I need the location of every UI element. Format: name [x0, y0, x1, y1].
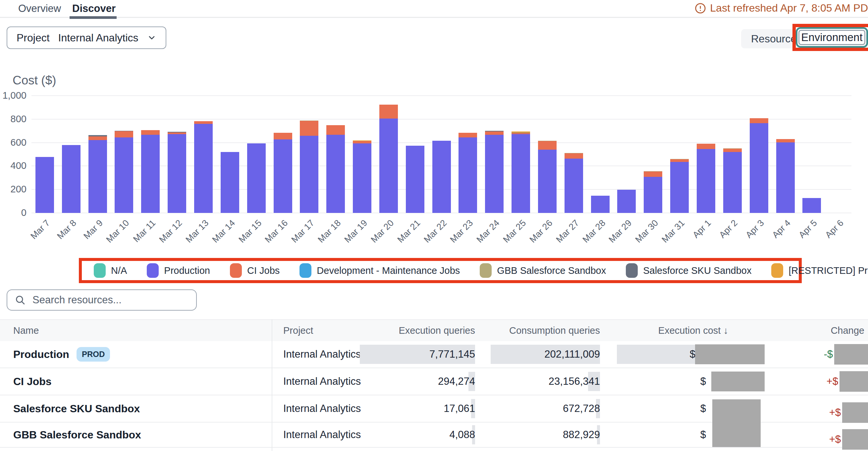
stacked-bar[interactable]	[379, 105, 398, 213]
environment-toggle-button[interactable]: Environment	[799, 30, 865, 45]
change-cell-sign: -$	[824, 348, 833, 360]
y-axis-tick: 1,000	[0, 90, 27, 101]
stacked-bar[interactable]	[89, 135, 107, 213]
table-header-row: Name Project Execution queries Consumpti…	[0, 319, 868, 341]
legend-item[interactable]: [RESTRICTED] Prod XL -- Full-Refresh job…	[771, 263, 868, 278]
active-tab-underline	[69, 16, 117, 19]
bar-segment-production	[538, 150, 557, 213]
project-filter-label: Project	[17, 32, 50, 44]
project-cell: Internal Analytics	[283, 429, 361, 441]
stacked-bar[interactable]	[617, 190, 636, 213]
environment-badge: PROD	[76, 347, 110, 362]
stacked-bar[interactable]	[406, 146, 424, 213]
column-header-consumption-queries[interactable]: Consumption queries	[509, 325, 600, 336]
redaction-box-execution-cost	[695, 344, 765, 364]
column-header-execution-queries[interactable]: Execution queries	[399, 325, 475, 336]
search-box[interactable]	[7, 289, 197, 311]
x-axis-label: Mar 8	[55, 218, 79, 241]
stacked-bar[interactable]	[697, 144, 715, 213]
legend-label: CI Jobs	[247, 265, 280, 276]
table-column-divider	[272, 319, 272, 451]
bar-slot-mar-10	[111, 96, 137, 213]
bar-segment-production	[326, 135, 345, 213]
resource-name[interactable]: Salesforce SKU Sandbox	[13, 402, 140, 415]
consumption-queries-cell: 672,728	[563, 402, 600, 415]
bar-segment-ci_jobs	[89, 136, 107, 140]
stacked-bar[interactable]	[564, 153, 583, 213]
bar-slot-mar-23	[455, 96, 482, 213]
table-row[interactable]: ProductionPRODInternal Analytics7,771,14…	[0, 341, 868, 368]
legend-swatch-production	[147, 263, 159, 278]
tab-overview[interactable]: Overview	[18, 3, 61, 14]
stacked-bar[interactable]	[723, 148, 742, 213]
legend-item[interactable]: Production	[147, 263, 210, 278]
stacked-bar[interactable]	[247, 143, 266, 213]
arrow-down-icon: ↓	[723, 325, 728, 336]
resource-name-text: Production	[13, 348, 69, 361]
stacked-bar[interactable]	[512, 131, 530, 213]
column-header-project[interactable]: Project	[283, 325, 313, 336]
resource-name[interactable]: CI Jobs	[13, 376, 52, 388]
column-header-name[interactable]: Name	[13, 325, 39, 336]
stacked-bar[interactable]	[194, 121, 213, 213]
stacked-bar[interactable]	[459, 133, 477, 213]
bar-segment-ci_jobs	[326, 125, 345, 135]
project-filter-dropdown[interactable]: Project Internal Analytics	[7, 27, 166, 49]
execution-queries-cell: 17,061	[444, 402, 475, 415]
resource-name[interactable]: GBB Salesforce Sandbox	[13, 429, 141, 441]
table-row[interactable]: CI JobsInternal Analytics294,27423,156,3…	[0, 368, 868, 395]
legend-item[interactable]: Development - Maintenance Jobs	[300, 263, 460, 278]
stacked-bar[interactable]	[62, 145, 81, 213]
bar-segment-ci_jobs	[644, 171, 662, 177]
bar-slot-apr-4	[772, 96, 799, 213]
stacked-bar[interactable]	[115, 131, 133, 213]
bar-segment-ci_jobs	[723, 149, 742, 152]
stacked-bar[interactable]	[670, 159, 689, 213]
stacked-bar[interactable]	[221, 152, 239, 213]
stacked-bar[interactable]	[802, 198, 821, 213]
legend-label: Production	[164, 265, 210, 276]
bar-segment-production	[221, 152, 239, 213]
stacked-bar[interactable]	[750, 118, 768, 213]
bar-segment-production	[591, 196, 610, 213]
stacked-bar[interactable]	[591, 196, 610, 213]
bar-segment-production	[750, 123, 768, 213]
x-axis-label: Apr 5	[797, 218, 819, 240]
stacked-bar[interactable]	[300, 121, 318, 213]
x-axis-label: Mar 9	[82, 218, 105, 241]
bar-segment-production	[512, 134, 530, 213]
stacked-bar[interactable]	[35, 157, 54, 213]
tab-discover[interactable]: Discover	[72, 3, 116, 14]
legend-item[interactable]: CI Jobs	[230, 263, 280, 278]
project-cell: Internal Analytics	[283, 376, 361, 387]
legend-item[interactable]: GBB Salesforce Sandbox	[480, 263, 606, 278]
column-header-change[interactable]: Change	[831, 325, 864, 336]
stacked-bar[interactable]	[538, 141, 557, 213]
alert-circle-icon	[695, 3, 706, 14]
legend-item[interactable]: Salesforce SKU Sandbox	[626, 263, 751, 278]
bar-slot-mar-21	[402, 96, 428, 213]
stacked-bar[interactable]	[644, 171, 662, 213]
stacked-bar[interactable]	[326, 125, 345, 213]
stacked-bar[interactable]	[353, 140, 371, 213]
stacked-bar[interactable]	[141, 130, 160, 213]
legend-item[interactable]: N/A	[94, 263, 127, 278]
bar-segment-production	[115, 137, 133, 213]
y-axis-tick: 200	[0, 184, 27, 195]
stacked-bar[interactable]	[485, 131, 503, 213]
bar-slot-mar-9	[85, 96, 111, 213]
search-input[interactable]	[32, 294, 189, 306]
stacked-bar[interactable]	[776, 139, 795, 213]
bar-slot-mar-18	[322, 96, 349, 213]
column-header-execution-cost[interactable]: Execution cost ↓	[658, 325, 728, 336]
bar-slot-mar-26	[534, 96, 561, 213]
bar-segment-production	[379, 119, 398, 213]
stacked-bar[interactable]	[432, 141, 451, 213]
resource-name[interactable]: ProductionPROD	[13, 347, 110, 362]
legend-label: Development - Maintenance Jobs	[317, 265, 460, 276]
bar-segment-ci_jobs	[274, 133, 292, 139]
stacked-bar[interactable]	[168, 132, 186, 213]
bar-slot-mar-25	[507, 96, 534, 213]
stacked-bar[interactable]	[274, 133, 292, 213]
y-axis-tick: 800	[0, 114, 27, 125]
